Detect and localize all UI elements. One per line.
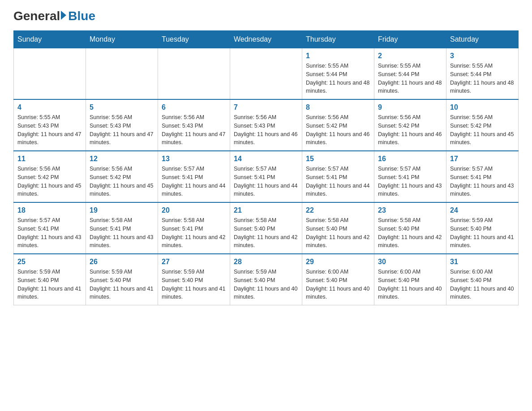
day-number: 3	[450, 52, 515, 60]
day-info: Sunrise: 5:57 AMSunset: 5:41 PMDaylight:…	[17, 216, 82, 250]
calendar-cell: 19Sunrise: 5:58 AMSunset: 5:41 PMDayligh…	[86, 202, 158, 254]
day-number: 10	[450, 103, 515, 111]
day-info: Sunrise: 5:58 AMSunset: 5:41 PMDaylight:…	[162, 216, 226, 250]
week-row-3: 11Sunrise: 5:56 AMSunset: 5:42 PMDayligh…	[14, 151, 519, 202]
day-number: 28	[234, 258, 298, 266]
calendar-cell	[86, 48, 158, 100]
calendar-cell: 23Sunrise: 5:58 AMSunset: 5:40 PMDayligh…	[374, 202, 446, 254]
day-number: 31	[450, 258, 515, 266]
calendar-cell: 21Sunrise: 5:58 AMSunset: 5:40 PMDayligh…	[230, 202, 302, 254]
calendar-cell: 12Sunrise: 5:56 AMSunset: 5:42 PMDayligh…	[86, 151, 158, 202]
day-info: Sunrise: 5:58 AMSunset: 5:40 PMDaylight:…	[306, 216, 370, 250]
day-info: Sunrise: 5:56 AMSunset: 5:42 PMDaylight:…	[90, 165, 154, 198]
day-number: 30	[378, 258, 442, 266]
day-number: 15	[306, 155, 370, 163]
calendar-cell: 29Sunrise: 6:00 AMSunset: 5:40 PMDayligh…	[302, 254, 374, 305]
calendar-cell: 6Sunrise: 5:56 AMSunset: 5:43 PMDaylight…	[158, 99, 230, 151]
calendar-cell: 7Sunrise: 5:56 AMSunset: 5:43 PMDaylight…	[230, 99, 302, 151]
week-row-5: 25Sunrise: 5:59 AMSunset: 5:40 PMDayligh…	[14, 254, 519, 305]
day-number: 17	[450, 155, 515, 163]
calendar-table: SundayMondayTuesdayWednesdayThursdayFrid…	[13, 30, 519, 305]
week-row-2: 4Sunrise: 5:55 AMSunset: 5:43 PMDaylight…	[14, 99, 519, 151]
day-info: Sunrise: 5:59 AMSunset: 5:40 PMDaylight:…	[450, 216, 515, 250]
calendar-cell	[230, 48, 302, 100]
day-info: Sunrise: 5:56 AMSunset: 5:43 PMDaylight:…	[90, 113, 154, 147]
day-info: Sunrise: 5:55 AMSunset: 5:44 PMDaylight:…	[378, 62, 442, 95]
day-number: 18	[17, 206, 82, 214]
calendar-cell: 18Sunrise: 5:57 AMSunset: 5:41 PMDayligh…	[14, 202, 86, 254]
calendar-cell: 8Sunrise: 5:56 AMSunset: 5:42 PMDaylight…	[302, 99, 374, 151]
day-number: 25	[17, 258, 82, 266]
day-info: Sunrise: 6:00 AMSunset: 5:40 PMDaylight:…	[378, 268, 442, 301]
day-info: Sunrise: 5:55 AMSunset: 5:43 PMDaylight:…	[17, 113, 82, 147]
col-header-saturday: Saturday	[446, 31, 519, 48]
day-number: 26	[90, 258, 154, 266]
day-number: 12	[90, 155, 154, 163]
col-header-tuesday: Tuesday	[158, 31, 230, 48]
logo: General Blue	[13, 9, 95, 21]
day-info: Sunrise: 5:56 AMSunset: 5:42 PMDaylight:…	[306, 113, 370, 147]
day-number: 13	[162, 155, 226, 163]
calendar-cell: 20Sunrise: 5:58 AMSunset: 5:41 PMDayligh…	[158, 202, 230, 254]
day-info: Sunrise: 5:58 AMSunset: 5:40 PMDaylight:…	[378, 216, 442, 250]
col-header-monday: Monday	[86, 31, 158, 48]
day-info: Sunrise: 6:00 AMSunset: 5:40 PMDaylight:…	[306, 268, 370, 301]
day-number: 7	[234, 103, 298, 111]
calendar-cell: 28Sunrise: 5:59 AMSunset: 5:40 PMDayligh…	[230, 254, 302, 305]
day-info: Sunrise: 5:57 AMSunset: 5:41 PMDaylight:…	[306, 165, 370, 198]
day-number: 4	[17, 103, 82, 111]
calendar-cell: 24Sunrise: 5:59 AMSunset: 5:40 PMDayligh…	[446, 202, 519, 254]
day-info: Sunrise: 5:57 AMSunset: 5:41 PMDaylight:…	[378, 165, 442, 198]
day-info: Sunrise: 5:57 AMSunset: 5:41 PMDaylight:…	[234, 165, 298, 198]
day-number: 16	[378, 155, 442, 163]
day-number: 22	[306, 206, 370, 214]
day-number: 8	[306, 103, 370, 111]
day-number: 2	[378, 52, 442, 60]
day-info: Sunrise: 5:57 AMSunset: 5:41 PMDaylight:…	[162, 165, 226, 198]
calendar-cell: 30Sunrise: 6:00 AMSunset: 5:40 PMDayligh…	[374, 254, 446, 305]
day-info: Sunrise: 5:58 AMSunset: 5:40 PMDaylight:…	[234, 216, 298, 250]
calendar-cell: 27Sunrise: 5:59 AMSunset: 5:40 PMDayligh…	[158, 254, 230, 305]
calendar-cell: 10Sunrise: 5:56 AMSunset: 5:42 PMDayligh…	[446, 99, 519, 151]
calendar-cell: 16Sunrise: 5:57 AMSunset: 5:41 PMDayligh…	[374, 151, 446, 202]
day-info: Sunrise: 5:57 AMSunset: 5:41 PMDaylight:…	[450, 165, 515, 198]
day-number: 24	[450, 206, 515, 214]
day-info: Sunrise: 5:55 AMSunset: 5:44 PMDaylight:…	[450, 62, 515, 95]
day-info: Sunrise: 5:59 AMSunset: 5:40 PMDaylight:…	[162, 268, 226, 301]
calendar-cell: 13Sunrise: 5:57 AMSunset: 5:41 PMDayligh…	[158, 151, 230, 202]
day-number: 23	[378, 206, 442, 214]
calendar-cell: 22Sunrise: 5:58 AMSunset: 5:40 PMDayligh…	[302, 202, 374, 254]
day-info: Sunrise: 5:56 AMSunset: 5:43 PMDaylight:…	[234, 113, 298, 147]
calendar-cell: 1Sunrise: 5:55 AMSunset: 5:44 PMDaylight…	[302, 48, 374, 100]
day-info: Sunrise: 5:59 AMSunset: 5:40 PMDaylight:…	[90, 268, 154, 301]
calendar-cell: 25Sunrise: 5:59 AMSunset: 5:40 PMDayligh…	[14, 254, 86, 305]
day-number: 21	[234, 206, 298, 214]
day-number: 29	[306, 258, 370, 266]
day-number: 9	[378, 103, 442, 111]
calendar-cell: 31Sunrise: 6:00 AMSunset: 5:40 PMDayligh…	[446, 254, 519, 305]
col-header-wednesday: Wednesday	[230, 31, 302, 48]
day-info: Sunrise: 5:56 AMSunset: 5:42 PMDaylight:…	[450, 113, 515, 147]
day-number: 20	[162, 206, 226, 214]
day-info: Sunrise: 5:56 AMSunset: 5:42 PMDaylight:…	[17, 165, 82, 198]
logo-arrow-icon	[61, 11, 66, 20]
day-number: 6	[162, 103, 226, 111]
calendar-cell: 15Sunrise: 5:57 AMSunset: 5:41 PMDayligh…	[302, 151, 374, 202]
day-number: 5	[90, 103, 154, 111]
day-info: Sunrise: 5:55 AMSunset: 5:44 PMDaylight:…	[306, 62, 370, 95]
day-number: 19	[90, 206, 154, 214]
day-number: 14	[234, 155, 298, 163]
week-row-4: 18Sunrise: 5:57 AMSunset: 5:41 PMDayligh…	[14, 202, 519, 254]
page-header: General Blue	[13, 9, 519, 21]
day-info: Sunrise: 5:56 AMSunset: 5:43 PMDaylight:…	[162, 113, 226, 147]
calendar-cell: 17Sunrise: 5:57 AMSunset: 5:41 PMDayligh…	[446, 151, 519, 202]
day-info: Sunrise: 5:58 AMSunset: 5:41 PMDaylight:…	[90, 216, 154, 250]
calendar-cell: 5Sunrise: 5:56 AMSunset: 5:43 PMDaylight…	[86, 99, 158, 151]
week-row-1: 1Sunrise: 5:55 AMSunset: 5:44 PMDaylight…	[14, 48, 519, 100]
day-info: Sunrise: 5:59 AMSunset: 5:40 PMDaylight:…	[17, 268, 82, 301]
calendar-cell: 2Sunrise: 5:55 AMSunset: 5:44 PMDaylight…	[374, 48, 446, 100]
logo-general-text: General	[13, 9, 60, 23]
calendar-cell	[14, 48, 86, 100]
day-number: 1	[306, 52, 370, 60]
day-number: 11	[17, 155, 82, 163]
